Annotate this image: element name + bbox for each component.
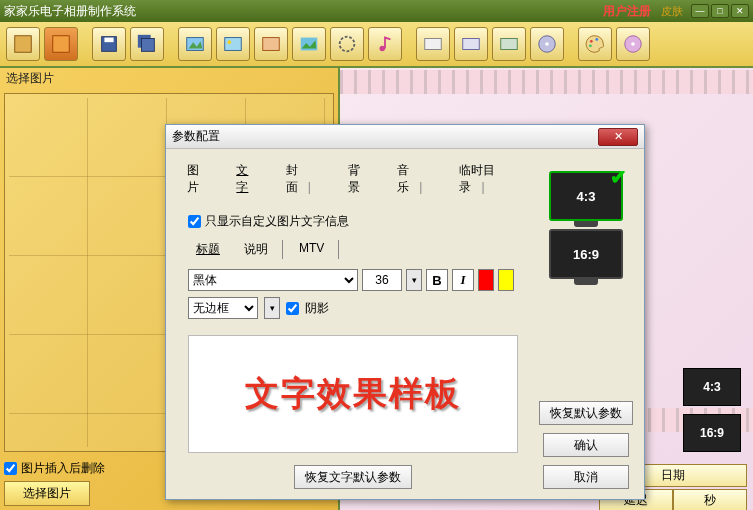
titlebar: 家家乐电子相册制作系统 用户注册 皮肤 — □ ✕ (0, 0, 753, 22)
font-size-input[interactable] (362, 269, 402, 291)
bold-button[interactable]: B (426, 269, 448, 291)
subtabs: 标题 说明 MTV (188, 240, 530, 259)
settings-dialog: 参数配置 ✕ 图片 文字 封面 背景 音乐 临时目录 只显示自定义图片文字信息 … (165, 124, 645, 500)
subtab-desc[interactable]: 说明 (236, 240, 283, 259)
tab-text[interactable]: 文字 (225, 159, 270, 199)
font-select[interactable]: 黑体 (188, 269, 358, 291)
font-size-dropdown[interactable]: ▾ (406, 269, 422, 291)
svg-rect-15 (425, 39, 442, 50)
tab-tempdir[interactable]: 临时目录 (448, 159, 530, 199)
svg-rect-5 (142, 39, 155, 52)
minimize-button[interactable]: — (691, 4, 709, 18)
close-button[interactable]: ✕ (731, 4, 749, 18)
subtab-title[interactable]: 标题 (188, 240, 228, 259)
toolbar-image2[interactable] (216, 27, 250, 61)
only-custom-check[interactable]: 只显示自定义图片文字信息 (188, 213, 530, 230)
filmstrip-top (340, 70, 753, 94)
svg-point-22 (589, 44, 592, 47)
toolbar-slide3[interactable] (492, 27, 526, 61)
preview-text: 文字效果样板 (245, 371, 461, 417)
svg-point-21 (595, 38, 598, 41)
svg-point-13 (340, 37, 355, 52)
text-preview: 文字效果样板 (188, 335, 518, 453)
main-tabs: 图片 文字 封面 背景 音乐 临时目录 (176, 159, 530, 199)
sec-cell: 秒 (673, 489, 747, 510)
toolbar-disc1[interactable] (530, 27, 564, 61)
restore-text-defaults-button[interactable]: 恢复文字默认参数 (294, 465, 412, 489)
toolbar-saveall[interactable] (130, 27, 164, 61)
window-buttons: — □ ✕ (691, 4, 749, 18)
cancel-button[interactable]: 取消 (543, 465, 629, 489)
svg-rect-10 (263, 38, 280, 51)
color-swatch-yellow[interactable] (498, 269, 514, 291)
svg-rect-16 (463, 39, 480, 50)
tab-background[interactable]: 背景 (337, 159, 382, 199)
subtab-mtv[interactable]: MTV (291, 240, 339, 259)
svg-rect-0 (15, 36, 32, 53)
border-dropdown[interactable]: ▾ (264, 297, 280, 319)
toolbar-save[interactable] (92, 27, 126, 61)
ratio-43-outer[interactable]: 4:3 (683, 368, 741, 406)
aspect-169-monitor[interactable]: 16:9 (549, 229, 623, 279)
toolbar-transition[interactable] (330, 27, 364, 61)
toolbar-disc2[interactable] (616, 27, 650, 61)
toolbar-thumb2[interactable] (44, 27, 78, 61)
delete-after-insert-checkbox[interactable] (4, 462, 17, 475)
toolbar-image3[interactable] (254, 27, 288, 61)
toolbar-slide2[interactable] (454, 27, 488, 61)
svg-rect-17 (501, 39, 518, 50)
app-title: 家家乐电子相册制作系统 (4, 3, 136, 20)
toolbar-slide1[interactable] (416, 27, 450, 61)
ok-button[interactable]: 确认 (543, 433, 629, 457)
shadow-label: 阴影 (305, 300, 329, 317)
tab-music[interactable]: 音乐 (386, 159, 444, 199)
tab-cover[interactable]: 封面 (275, 159, 333, 199)
svg-point-20 (590, 40, 593, 43)
svg-point-9 (228, 40, 232, 44)
register-link[interactable]: 用户注册 (603, 3, 651, 20)
dialog-titlebar[interactable]: 参数配置 ✕ (166, 125, 644, 149)
only-custom-checkbox[interactable] (188, 215, 201, 228)
color-swatch-red[interactable] (478, 269, 494, 291)
toolbar-thumb1[interactable] (6, 27, 40, 61)
svg-point-19 (545, 42, 549, 46)
svg-rect-1 (53, 36, 70, 53)
maximize-button[interactable]: □ (711, 4, 729, 18)
italic-button[interactable]: I (452, 269, 474, 291)
svg-rect-8 (225, 38, 242, 51)
toolbar-landscape[interactable] (292, 27, 326, 61)
svg-point-24 (631, 42, 635, 46)
dialog-title: 参数配置 (172, 128, 220, 145)
dialog-close-button[interactable]: ✕ (598, 128, 638, 146)
ratio-169-outer[interactable]: 16:9 (683, 414, 741, 452)
toolbar-image1[interactable] (178, 27, 212, 61)
skin-link[interactable]: 皮肤 (661, 4, 683, 19)
shadow-checkbox[interactable] (286, 302, 299, 315)
main-toolbar (0, 22, 753, 68)
left-panel-title: 选择图片 (0, 68, 338, 89)
toolbar-music[interactable] (368, 27, 402, 61)
select-image-button[interactable]: 选择图片 (4, 481, 90, 506)
toolbar-palette[interactable] (578, 27, 612, 61)
aspect-43-monitor[interactable]: 4:3 ✔ (549, 171, 623, 221)
check-icon: ✔ (610, 165, 627, 189)
svg-rect-3 (104, 38, 113, 43)
border-select[interactable]: 无边框 (188, 297, 258, 319)
restore-defaults-button[interactable]: 恢复默认参数 (539, 401, 633, 425)
tab-image[interactable]: 图片 (176, 159, 221, 199)
